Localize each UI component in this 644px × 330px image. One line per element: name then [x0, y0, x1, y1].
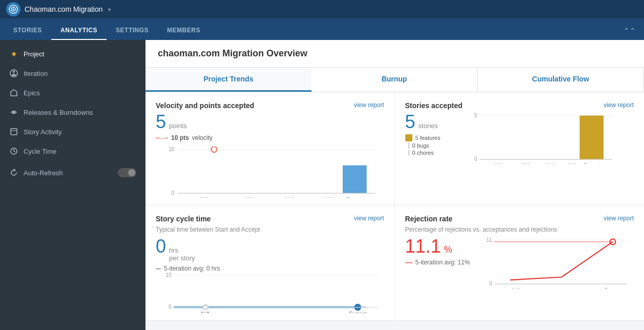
features-label: 5 features [416, 135, 441, 141]
cycle-time-chart: 10 0 N/A Current [156, 272, 384, 313]
chores-label: 0 chores [412, 150, 434, 156]
velocity-panel: Velocity and points accepted view report… [146, 92, 395, 205]
sidebar-item-iteration[interactable]: Iteration [0, 64, 146, 83]
auto-refresh-row: Auto-Refresh [0, 163, 146, 182]
svg-text:0: 0 [172, 190, 175, 196]
cycle-time-unit2: per story [169, 254, 195, 262]
tab-burnup[interactable]: Burnup [311, 68, 478, 92]
velocity-view-report[interactable]: view report [354, 101, 384, 109]
cycle-time-avg: 5-iteration avg: 0 hrs [156, 265, 384, 272]
sidebar-item-project[interactable]: ★ Project [0, 44, 146, 64]
stories-unit: stories [419, 122, 438, 130]
svg-text:N/A: N/A [523, 163, 531, 164]
svg-text:Current: Current [346, 197, 364, 198]
rejection-chart: 11 0 N/A Current [478, 237, 634, 288]
velocity-stat: 5 points [156, 113, 384, 131]
releases-icon [9, 108, 18, 117]
rejection-unit: % [444, 244, 452, 255]
svg-text:N/A: N/A [246, 197, 255, 198]
svg-point-2 [13, 9, 14, 10]
svg-text:Current: Current [605, 287, 622, 288]
cycle-time-stat: 0 hrs per story [156, 237, 384, 262]
avg-dot-icon [156, 268, 161, 270]
svg-text:N/A: N/A [285, 197, 294, 198]
cycle-time-big-number: 0 [156, 237, 166, 256]
top-bar: Chaoman.com Migration ▾ [0, 0, 644, 18]
svg-rect-6 [11, 129, 17, 135]
velocity-big-number: 5 [156, 113, 166, 131]
cycle-time-header: Story cycle time view report [156, 215, 384, 223]
svg-text:11: 11 [487, 237, 493, 243]
svg-point-5 [13, 111, 15, 113]
svg-text:N/A: N/A [201, 311, 210, 313]
bugs-label: 0 bugs [412, 142, 429, 149]
rejection-stat: 11.1 % [405, 237, 470, 256]
tabs-row: Project Trends Burnup Cumulative Flow [146, 68, 644, 92]
rejection-svg: 11 0 N/A Current [478, 237, 634, 288]
auto-refresh-toggle[interactable] [118, 168, 136, 177]
rejection-panel: Rejection rate view report Percentage of… [395, 205, 645, 321]
title-chevron[interactable]: ▾ [108, 7, 111, 12]
svg-text:N/A: N/A [547, 163, 556, 164]
nav-collapse-icon[interactable]: ⌃⌃ [619, 22, 640, 40]
velocity-pts-row: ••—•• 10 pts velocity [156, 134, 384, 141]
nav-settings[interactable]: SETTINGS [107, 22, 158, 40]
legend-bugs: 0 bugs [405, 142, 441, 149]
stories-header: Stories accepted view report [405, 101, 634, 110]
rejection-big-number: 11.1 [405, 237, 441, 256]
rejection-avg-label: 5-iteration avg: 11% [416, 259, 470, 266]
sidebar: ★ Project Iteration Epics [0, 40, 146, 330]
sidebar-project-label: Project [24, 50, 44, 58]
tab-cumulative-flow[interactable]: Cumulative Flow [477, 68, 644, 92]
sidebar-story-activity-label: Story Activity [24, 128, 61, 136]
sidebar-epics-label: Epics [24, 89, 40, 97]
iteration-icon [9, 69, 18, 78]
svg-text:0: 0 [489, 281, 492, 286]
cycle-time-panel: Story cycle time view report Typical tim… [146, 205, 395, 321]
stories-title: Stories accepted [405, 101, 463, 110]
svg-text:N/A: N/A [494, 163, 503, 164]
bugs-line [408, 142, 409, 149]
svg-text:10: 10 [169, 147, 175, 152]
stories-legend: 5 features 0 bugs 0 chores [405, 134, 441, 156]
velocity-header: Velocity and points accepted view report [156, 101, 384, 110]
sidebar-item-releases[interactable]: Releases & Burndowns [0, 102, 146, 122]
sidebar-cycle-time-label: Cycle Time [24, 148, 56, 155]
svg-text:5: 5 [474, 113, 477, 118]
rejection-title: Rejection rate [405, 215, 453, 223]
rejection-header: Rejection rate view report [405, 215, 634, 223]
cycle-time-view-report[interactable]: view report [354, 215, 384, 222]
stories-panel: Stories accepted view report 5 stories 5… [395, 92, 645, 205]
sidebar-item-cycle-time[interactable]: Cycle Time [0, 141, 146, 161]
cycle-time-svg: 10 0 N/A Current [156, 272, 384, 313]
cycle-time-subtitle: Typical time between Start and Accept [156, 226, 384, 233]
svg-line-10 [14, 151, 15, 152]
svg-point-4 [13, 71, 15, 73]
svg-text:N/A: N/A [512, 287, 521, 288]
svg-rect-28 [580, 116, 604, 160]
sidebar-item-epics[interactable]: Epics [0, 83, 146, 102]
nav-members[interactable]: MEMBERS [158, 22, 210, 40]
svg-rect-15 [343, 166, 367, 193]
rejection-subtitle: Percentage of rejections vs. acceptances… [405, 226, 634, 233]
legend-features: 5 features [405, 134, 441, 141]
stories-view-report[interactable]: view report [604, 101, 634, 109]
svg-text:N/A: N/A [568, 163, 577, 164]
velocity-svg: 10 0 N/A N/A N/A [156, 147, 384, 198]
svg-text:Current: Current [583, 163, 600, 164]
rejection-view-report[interactable]: view report [604, 215, 634, 222]
cycle-time-unit1: hrs [169, 246, 195, 254]
svg-text:10: 10 [165, 272, 172, 278]
features-color [405, 134, 412, 141]
sidebar-item-story-activity[interactable]: Story Activity [0, 122, 146, 141]
nav-stories[interactable]: STORIES [4, 22, 51, 40]
page-title: chaoman.com Migration Overview [158, 48, 307, 58]
epics-icon [9, 88, 18, 97]
star-icon: ★ [9, 49, 18, 58]
tab-project-trends[interactable]: Project Trends [146, 68, 311, 92]
stories-stat: 5 stories [405, 113, 441, 131]
velocity-suffix: velocity [192, 134, 213, 141]
app-title: Chaoman.com Migration [25, 5, 103, 13]
nav-analytics[interactable]: ANALYTICS [51, 22, 107, 40]
app-logo [6, 2, 20, 16]
